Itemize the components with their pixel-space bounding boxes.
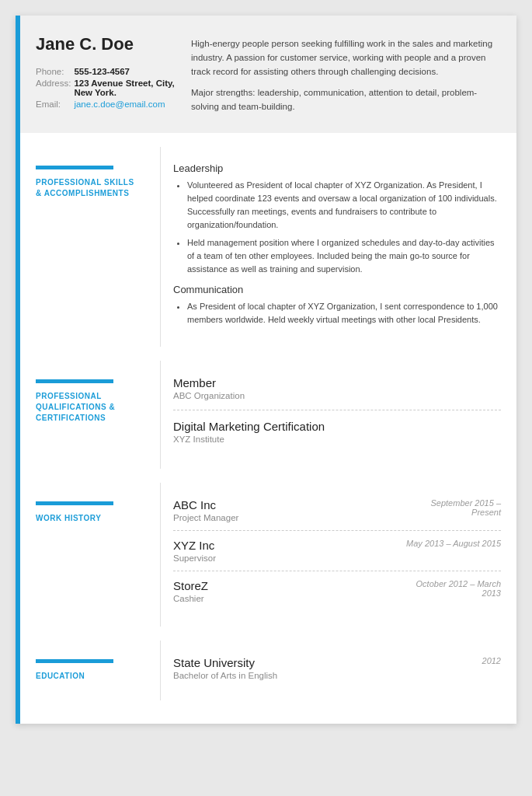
qualifications-title: PROFESSIONALQUALIFICATIONS &CERTIFICATIO…	[36, 391, 148, 424]
contact-table: Phone: 555-123-4567 Address: 123 Avenue …	[36, 65, 179, 110]
qual-item-1: Member ABC Organization	[173, 376, 501, 410]
work-bar	[36, 501, 113, 505]
leadership-item-1: Volunteered as President of local chapte…	[187, 179, 501, 232]
work-company-3: StoreZ	[173, 579, 208, 592]
leadership-item-2: Held management position where I organiz…	[187, 236, 501, 276]
gap-3	[16, 469, 516, 483]
edu-school-1: State University	[173, 656, 277, 669]
qual-sub-2: XYZ Institute	[173, 435, 501, 444]
work-company-1: ABC Inc	[173, 498, 238, 511]
resume-container: Jane C. Doe Phone: 555-123-4567 Address:…	[16, 16, 516, 724]
phone-row: Phone: 555-123-4567	[36, 65, 179, 77]
communication-item-1: As President of local chapter of XYZ Org…	[187, 300, 501, 326]
work-info-1: ABC Inc Project Manager	[173, 498, 238, 522]
work-item-2: XYZ Inc Supervisor May 2013 – August 201…	[173, 531, 501, 571]
skills-title: PROFESSIONAL SKILLS& ACCOMPLISHMENTS	[36, 177, 148, 199]
email-value: jane.c.doe@email.com	[74, 98, 179, 110]
skills-section: PROFESSIONAL SKILLS& ACCOMPLISHMENTS Lea…	[16, 147, 516, 347]
education-content: State University Bachelor of Arts in Eng…	[160, 641, 516, 700]
communication-category: Communication	[173, 284, 501, 295]
address-value: 123 Avenue Street, City, New York.	[74, 77, 179, 98]
work-section-left: WORK HISTORY	[20, 483, 160, 627]
qual-sub-1: ABC Organization	[173, 391, 501, 400]
header-summary: High-energy people person seeking fulfil…	[191, 34, 498, 114]
education-section-left: EDUCATION	[20, 641, 160, 700]
qual-title-1: Member	[173, 376, 501, 389]
summary-text: High-energy people person seeking fulfil…	[191, 37, 498, 79]
phone-label: Phone:	[36, 65, 74, 77]
work-date-2: May 2013 – August 2015	[406, 539, 501, 548]
gap-1	[16, 133, 516, 147]
leadership-category: Leadership	[173, 162, 501, 174]
candidate-name: Jane C. Doe	[36, 34, 179, 54]
work-title: WORK HISTORY	[36, 513, 148, 524]
leadership-list: Volunteered as President of local chapte…	[173, 179, 501, 276]
strengths-text: Major strengths: leadership, communicati…	[191, 86, 498, 114]
email-row: Email: jane.c.doe@email.com	[36, 98, 179, 110]
work-info-3: StoreZ Cashier	[173, 579, 208, 603]
header-section: Jane C. Doe Phone: 555-123-4567 Address:…	[16, 16, 516, 133]
work-info-2: XYZ Inc Supervisor	[173, 539, 216, 563]
work-date-1: September 2015 –Present	[423, 498, 501, 517]
header-left: Jane C. Doe Phone: 555-123-4567 Address:…	[20, 34, 191, 110]
work-section: WORK HISTORY ABC Inc Project Manager Sep…	[16, 483, 516, 627]
address-row: Address: 123 Avenue Street, City, New Yo…	[36, 77, 179, 98]
edu-year-1: 2012	[470, 656, 501, 665]
communication-list: As President of local chapter of XYZ Org…	[173, 300, 501, 326]
work-company-2: XYZ Inc	[173, 539, 216, 552]
qualifications-section: PROFESSIONALQUALIFICATIONS &CERTIFICATIO…	[16, 361, 516, 469]
gap-2	[16, 347, 516, 361]
email-label: Email:	[36, 98, 74, 110]
education-title: EDUCATION	[36, 671, 148, 682]
skills-bar	[36, 166, 113, 169]
bottom-padding	[16, 700, 516, 724]
edu-degree-1: Bachelor of Arts in English	[173, 671, 277, 680]
gap-4	[16, 627, 516, 641]
work-role-2: Supervisor	[173, 553, 216, 563]
skills-section-left: PROFESSIONAL SKILLS& ACCOMPLISHMENTS	[20, 147, 160, 347]
work-item-3: StoreZ Cashier October 2012 – March2013	[173, 571, 501, 611]
qualifications-content: Member ABC Organization Digital Marketin…	[160, 361, 516, 469]
qual-title-2: Digital Marketing Certification	[173, 420, 501, 433]
work-date-3: October 2012 – March2013	[416, 579, 501, 598]
address-label: Address:	[36, 77, 74, 98]
education-bar	[36, 659, 113, 663]
edu-item-1: State University Bachelor of Arts in Eng…	[173, 656, 501, 680]
work-role-1: Project Manager	[173, 513, 238, 522]
phone-value: 555-123-4567	[74, 65, 179, 77]
work-role-3: Cashier	[173, 594, 208, 603]
skills-content: Leadership Volunteered as President of l…	[160, 147, 516, 347]
edu-info-1: State University Bachelor of Arts in Eng…	[173, 656, 277, 680]
qualifications-bar	[36, 379, 113, 383]
work-item-1: ABC Inc Project Manager September 2015 –…	[173, 498, 501, 531]
education-section: EDUCATION State University Bachelor of A…	[16, 641, 516, 700]
qualifications-section-left: PROFESSIONALQUALIFICATIONS &CERTIFICATIO…	[20, 361, 160, 469]
work-content: ABC Inc Project Manager September 2015 –…	[160, 483, 516, 627]
qual-item-2: Digital Marketing Certification XYZ Inst…	[173, 410, 501, 453]
